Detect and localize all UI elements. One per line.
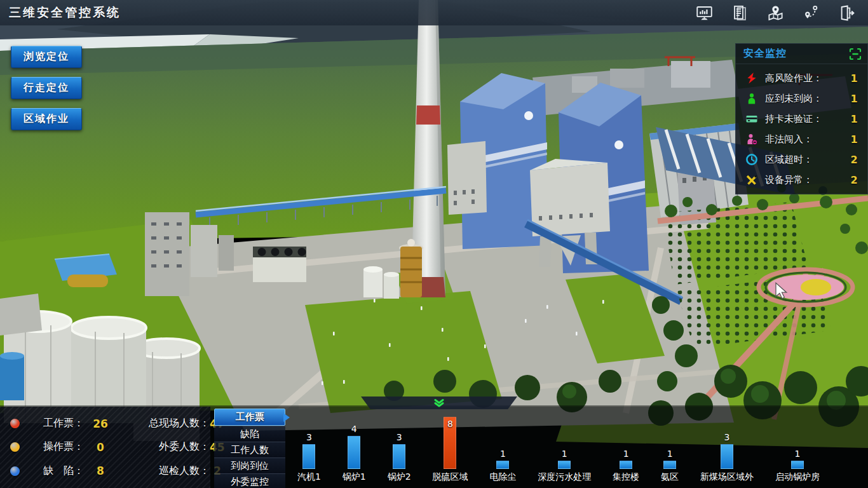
chart-bar-集控楼[interactable]: 1集控楼 bbox=[613, 449, 639, 483]
monitor-item-value: 2 bbox=[848, 154, 860, 166]
bar bbox=[393, 444, 405, 469]
bottom-menu: 工作票缺陷工作人数到岗到位外委监控 bbox=[214, 409, 285, 488]
bar-value-label: 3 bbox=[397, 432, 402, 443]
area-bar-chart: 3汽机14锅炉13锅炉28脱硫区域1电除尘1深度污水处理1集控楼1氨区3新煤场区… bbox=[297, 405, 820, 483]
menu-item-defect[interactable]: 缺陷 bbox=[214, 426, 285, 442]
bar-value-label: 1 bbox=[500, 449, 506, 459]
monitor-item-label: 应到未到岗： bbox=[765, 93, 848, 105]
work_ticket-dot bbox=[10, 419, 20, 428]
defect-value: 8 bbox=[84, 464, 117, 477]
patrol-label: 巡检人数： bbox=[117, 464, 210, 478]
bar bbox=[791, 461, 804, 469]
chart-bar-锅炉2[interactable]: 3锅炉2 bbox=[388, 432, 411, 483]
bar-category-label: 汽机1 bbox=[297, 471, 321, 483]
chart-bar-深度污水处理[interactable]: 1深度污水处理 bbox=[538, 449, 591, 483]
stats-row: 缺 陷：8巡检人数：2 bbox=[4, 459, 225, 483]
scene-desulfurization-tower bbox=[399, 239, 423, 297]
monitor-item-value: 1 bbox=[848, 133, 860, 146]
bar-category-label: 锅炉2 bbox=[388, 471, 411, 483]
monitor-item-label: 高风险作业： bbox=[765, 72, 848, 85]
menu-item-attendance[interactable]: 到岗到位 bbox=[214, 458, 285, 473]
monitor-item-value: 2 bbox=[848, 174, 860, 186]
bar bbox=[348, 436, 360, 469]
exit-logout-icon[interactable] bbox=[838, 4, 855, 22]
bar-category-label: 氨区 bbox=[661, 471, 679, 483]
monitor-item-value: 1 bbox=[848, 72, 860, 85]
stats-row: 工作票：26总现场人数：47 bbox=[4, 412, 225, 435]
work_ticket-value: 26 bbox=[84, 417, 117, 430]
security-panel-title: 安全监控 bbox=[743, 47, 787, 60]
monitor-item-label: 区域超时： bbox=[765, 154, 848, 166]
bar bbox=[302, 444, 315, 469]
outsourced-label: 外委人数： bbox=[117, 440, 210, 454]
bar-value-label: 4 bbox=[351, 424, 357, 435]
security-monitor-panel: 安全监控 高风险作业：1应到未到岗：1持卡未验证：1非法闯入：1区域超时：2设备… bbox=[735, 43, 868, 194]
card-icon bbox=[745, 112, 759, 125]
monitor-item-device_abnormal[interactable]: 设备异常：2 bbox=[736, 170, 867, 190]
bar-category-label: 深度污水处理 bbox=[538, 471, 591, 483]
route-track-icon[interactable] bbox=[803, 4, 820, 22]
clock-icon bbox=[745, 153, 759, 166]
stats-row: 操作票：0外委人数：45 bbox=[4, 435, 225, 459]
scan-collapse-icon[interactable] bbox=[849, 48, 862, 60]
monitor-item-area_timeout[interactable]: 区域超时：2 bbox=[736, 149, 867, 170]
bar bbox=[496, 461, 509, 469]
security-panel-header: 安全监控 bbox=[736, 44, 867, 64]
monitor-stats-icon[interactable] bbox=[696, 4, 713, 22]
bar-category-label: 启动锅炉房 bbox=[775, 471, 820, 483]
bar-value-label: 3 bbox=[724, 432, 730, 443]
walk-locate-button[interactable]: 行走定位 bbox=[11, 77, 82, 99]
bar-category-label: 电除尘 bbox=[489, 471, 516, 483]
monitor-item-high_risk_work[interactable]: 高风险作业：1 bbox=[736, 68, 867, 88]
bar-value-label: 1 bbox=[794, 449, 800, 459]
chart-bar-汽机1[interactable]: 3汽机1 bbox=[297, 432, 321, 483]
total_onsite-label: 总现场人数： bbox=[117, 417, 210, 430]
bar-category-label: 集控楼 bbox=[613, 471, 639, 483]
chart-bar-启动锅炉房[interactable]: 1启动锅炉房 bbox=[775, 449, 820, 483]
bar-category-label: 新煤场区域外 bbox=[700, 471, 754, 483]
stats-panel: 工作票：26总现场人数：47操作票：0外委人数：45缺 陷：8巡检人数：2 bbox=[0, 407, 210, 488]
chart-bar-电除尘[interactable]: 1电除尘 bbox=[489, 449, 516, 483]
bar-category-label: 脱硫区域 bbox=[432, 471, 468, 483]
page-title: 三维安全管控系统 bbox=[9, 4, 121, 21]
work_ticket-label: 工作票： bbox=[25, 417, 84, 430]
monitor-item-value: 1 bbox=[848, 113, 860, 125]
monitor-item-card_unverified[interactable]: 持卡未验证：1 bbox=[736, 109, 867, 129]
browse-locate-button[interactable]: 浏览定位 bbox=[11, 46, 82, 68]
monitor-item-absent_not_arrived[interactable]: 应到未到岗：1 bbox=[736, 88, 867, 109]
person-icon bbox=[745, 92, 759, 105]
bar-value-label: 8 bbox=[447, 419, 453, 430]
defect-dot bbox=[10, 466, 20, 476]
chart-bar-脱硫区域[interactable]: 8脱硫区域 bbox=[432, 419, 468, 483]
area-work-button[interactable]: 区域作业 bbox=[11, 108, 82, 130]
operation_ticket-value: 0 bbox=[84, 441, 117, 454]
left-toolbar: 浏览定位行走定位区域作业 bbox=[11, 46, 82, 130]
app-root: 三维安全管控系统 浏览定位行走定位区域作业 安全监控 高风险作业：1应到未到岗：… bbox=[0, 0, 868, 488]
report-icon[interactable] bbox=[731, 4, 749, 22]
defect-label: 缺 陷： bbox=[25, 464, 84, 478]
chart-bar-氨区[interactable]: 1氨区 bbox=[661, 449, 679, 483]
bar bbox=[663, 461, 676, 469]
active-menu-arrow-icon bbox=[283, 413, 294, 422]
top-bar: 三维安全管控系统 bbox=[0, 0, 868, 25]
bar-value-label: 1 bbox=[623, 449, 629, 459]
monitor-item-label: 非法闯入： bbox=[765, 133, 848, 146]
monitor-item-value: 1 bbox=[848, 93, 860, 105]
operation_ticket-label: 操作票： bbox=[25, 440, 84, 454]
chart-bar-锅炉1[interactable]: 4锅炉1 bbox=[342, 424, 366, 483]
lightning-icon bbox=[745, 72, 759, 85]
monitor-item-illegal_intrusion[interactable]: 非法闯入：1 bbox=[736, 129, 867, 149]
bar-value-label: 1 bbox=[562, 449, 567, 459]
chart-bar-新煤场区域外[interactable]: 3新煤场区域外 bbox=[700, 432, 754, 483]
bar bbox=[620, 461, 632, 469]
intruder-icon bbox=[745, 133, 759, 146]
tools-icon bbox=[745, 173, 759, 186]
operation_ticket-dot bbox=[10, 442, 20, 452]
map-location-icon[interactable] bbox=[767, 4, 784, 22]
bar-value-label: 3 bbox=[306, 432, 312, 443]
menu-item-workers[interactable]: 工作人数 bbox=[214, 442, 285, 458]
bar-category-label: 锅炉1 bbox=[342, 471, 366, 483]
monitor-item-label: 持卡未验证： bbox=[765, 113, 848, 125]
menu-item-outsource-monitor[interactable]: 外委监控 bbox=[214, 473, 285, 488]
menu-item-work-ticket[interactable]: 工作票 bbox=[214, 409, 285, 426]
